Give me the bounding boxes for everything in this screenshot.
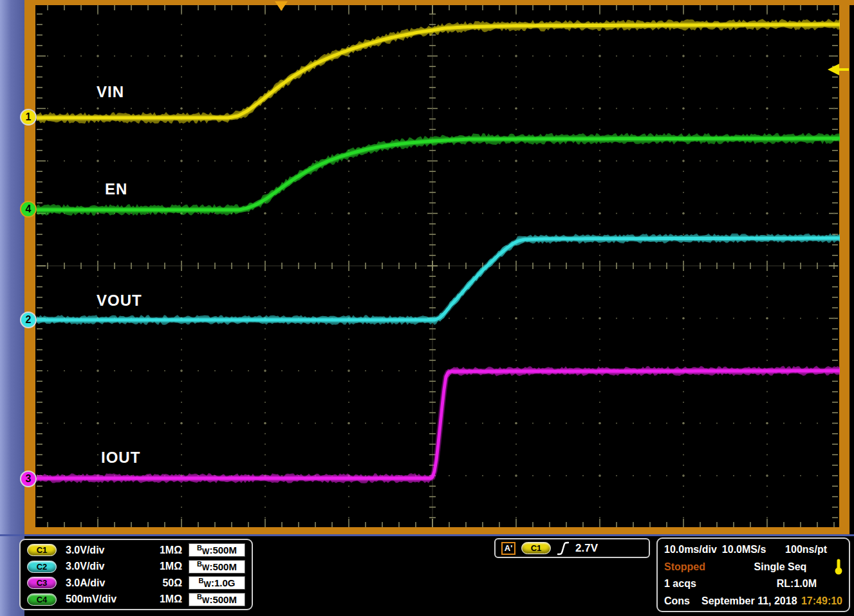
acquisition-mode: Single Seq bbox=[726, 561, 835, 573]
channel-1-scale: 3.0V/div bbox=[66, 545, 147, 556]
acquisition-state-row: Stopped Single Seq bbox=[664, 559, 842, 576]
channel-readouts-box: C1 3.0V/div 1MΩ BW:500M C2 3.0V/div 1MΩ … bbox=[19, 539, 253, 610]
timebase-row: 10.0ms/div 10.0MS/s 100ns/pt bbox=[664, 541, 842, 559]
waveform-traces bbox=[37, 19, 840, 483]
trigger-source-label[interactable]: A' bbox=[501, 542, 515, 555]
channel-1-bandwidth[interactable]: BW:500M bbox=[189, 543, 245, 557]
trigger-readout-box: A' C1 2.7V bbox=[494, 538, 650, 558]
channel-4-bandwidth[interactable]: BW:500M bbox=[189, 593, 245, 606]
channel-1-impedance: 1MΩ bbox=[147, 545, 182, 556]
time-value: 17:49:10 bbox=[801, 595, 842, 607]
channel-readout-row: C1 3.0V/div 1MΩ BW:500M bbox=[27, 542, 245, 559]
waveform-label-en: EN bbox=[105, 180, 127, 198]
oscilloscope-screen: VIN EN VOUT IOUT 1 4 2 3 C1 3.0V/div 1MΩ… bbox=[0, 0, 854, 616]
channel-2-bandwidth[interactable]: BW:500M bbox=[189, 560, 245, 574]
channel-readout-row: C2 3.0V/div 1MΩ BW:500M bbox=[27, 559, 245, 575]
frame-left bbox=[24, 0, 35, 535]
channel-readout-row: C3 3.0A/div 50Ω BW:1.0G bbox=[27, 575, 245, 592]
frame-bottom bbox=[24, 527, 849, 535]
channel-4-impedance: 1MΩ bbox=[147, 593, 182, 605]
channel-3-badge[interactable]: C3 bbox=[27, 577, 57, 589]
frame-top bbox=[24, 0, 854, 5]
record-length: RL:1.0M bbox=[777, 578, 817, 590]
waveform-vout bbox=[37, 233, 840, 324]
waveform-en bbox=[37, 133, 840, 216]
panel-separator bbox=[0, 534, 854, 536]
waveform-label-iout: IOUT bbox=[101, 449, 140, 467]
temperature-icon bbox=[835, 559, 842, 575]
acquisition-count: 1 acqs bbox=[664, 578, 696, 590]
datetime-row: Cons September 11, 2018 17:49:10 bbox=[664, 593, 842, 610]
channel-3-bandwidth[interactable]: BW:1.0G bbox=[189, 576, 245, 590]
channel-3-impedance: 50Ω bbox=[147, 577, 182, 589]
waveform-label-vin: VIN bbox=[97, 83, 124, 101]
waveform-vin bbox=[37, 19, 840, 124]
channel-1-position-marker[interactable]: 1 bbox=[20, 109, 37, 126]
acquisition-state: Stopped bbox=[664, 561, 726, 573]
timebase-value: 10.0ms/div bbox=[664, 544, 717, 555]
channel-2-badge[interactable]: C2 bbox=[27, 561, 57, 573]
channel-4-position-marker[interactable]: 4 bbox=[20, 201, 37, 218]
rising-edge-icon bbox=[557, 541, 570, 556]
waveform-label-vout: VOUT bbox=[97, 292, 142, 310]
frame-right bbox=[839, 0, 849, 535]
channel-readout-row: C4 500mV/div 1MΩ BW:500M bbox=[27, 592, 245, 608]
channel-2-scale: 3.0V/div bbox=[66, 561, 147, 572]
trigger-channel-badge[interactable]: C1 bbox=[521, 542, 551, 554]
console-label: Cons bbox=[664, 595, 690, 607]
sample-rate-value: 10.0MS/s bbox=[722, 544, 766, 555]
trigger-level-value: 2.7V bbox=[575, 542, 598, 555]
record-row: 1 acqs RL:1.0M bbox=[664, 575, 842, 593]
channel-2-position-marker[interactable]: 2 bbox=[20, 312, 37, 328]
channel-3-position-marker[interactable]: 3 bbox=[20, 471, 37, 487]
waveform-iout bbox=[37, 366, 840, 483]
acquisition-box: 10.0ms/div 10.0MS/s 100ns/pt Stopped Sin… bbox=[656, 537, 850, 612]
date-value: September 11, 2018 bbox=[701, 595, 797, 607]
trigger-position-marker[interactable] bbox=[275, 1, 288, 11]
channel-3-scale: 3.0A/div bbox=[66, 577, 147, 589]
resolution-value: 100ns/pt bbox=[785, 544, 827, 555]
channel-4-badge[interactable]: C4 bbox=[27, 593, 57, 606]
channel-1-badge[interactable]: C1 bbox=[27, 544, 57, 556]
channel-4-scale: 500mV/div bbox=[66, 593, 147, 605]
channel-2-impedance: 1MΩ bbox=[147, 561, 182, 572]
